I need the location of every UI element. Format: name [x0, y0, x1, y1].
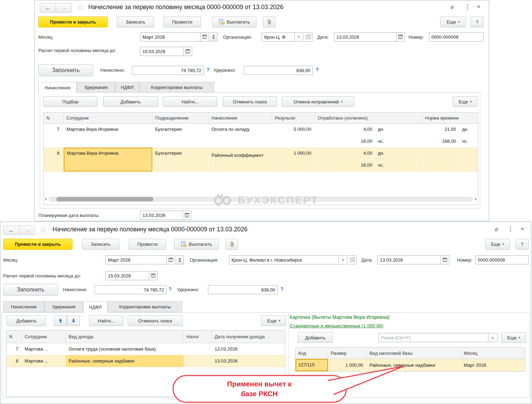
tab-deductions[interactable]: Удержания [44, 301, 83, 312]
planned-date-input[interactable]: 13.03.2026 [140, 211, 183, 220]
half-month-input[interactable]: 15.03.2026 [106, 271, 149, 280]
back-button[interactable]: ← [40, 3, 56, 13]
withheld-help-icon[interactable]: ? [280, 286, 284, 292]
selected-cell-employee[interactable]: Мартова Вера Игоревна [64, 148, 152, 172]
forward-button[interactable]: → [19, 225, 35, 235]
accrued-help-icon[interactable]: ? [207, 67, 210, 72]
move-down-button[interactable] [67, 315, 80, 326]
kebab-menu-icon[interactable] [467, 4, 468, 9]
half-month-calendar-button[interactable] [149, 271, 158, 280]
half-month-input[interactable]: 15.03.2026 [140, 47, 184, 56]
month-input[interactable]: Март 2026 [106, 255, 167, 264]
accrued-input[interactable]: 74 785,72 [95, 285, 166, 294]
date-input[interactable]: 13.03.2026 [334, 32, 397, 41]
card-more-button[interactable]: Еще▾ [501, 332, 526, 343]
post-button[interactable]: Провести [164, 17, 201, 27]
more-button[interactable]: Еще▾ [485, 239, 510, 250]
add-button[interactable]: Добавить [103, 96, 158, 107]
write-button[interactable]: Записать [117, 17, 154, 27]
favorite-star-icon[interactable]: ☆ [40, 225, 47, 234]
tab-ndfl[interactable]: НДФЛ [115, 82, 139, 93]
date-calendar-button[interactable] [397, 32, 405, 41]
col-header-month[interactable]: Месяц [461, 347, 525, 359]
month-input[interactable]: Март 2026 [140, 32, 201, 41]
table-row[interactable]: 7 Мартова Вера Игоревна Бухгалтерия Опла… [44, 124, 478, 148]
org-combo[interactable]: Крон-Ц. Ф [262, 32, 295, 41]
col-header-worked[interactable]: Отработано (оплачено) [315, 113, 422, 123]
ndfl-more-button[interactable]: Еще▾ [261, 315, 286, 326]
scroll-left-icon[interactable] [45, 198, 46, 200]
close-icon[interactable]: × [520, 225, 524, 233]
search-clear-button[interactable]: x [488, 333, 498, 342]
post-and-close-button[interactable]: Провести и закрыть [3, 239, 72, 250]
month-calendar-button[interactable] [167, 255, 175, 264]
close-icon[interactable]: × [477, 3, 481, 11]
cancel-fixes-button[interactable]: Отмена исправлений▾ [282, 96, 354, 107]
month-calendar-button[interactable] [201, 32, 209, 41]
accrued-input[interactable]: 74 785,72 [132, 66, 204, 75]
scrollbar-thumb[interactable] [56, 197, 153, 201]
pay-button[interactable]: Выплатить [174, 239, 218, 250]
planned-date-calendar-button[interactable] [183, 211, 191, 220]
attachments-button[interactable] [226, 239, 238, 250]
more-button[interactable]: Еще▾ [440, 17, 466, 27]
ndfl-cancel-search-button[interactable]: Отменить поиск [128, 315, 183, 326]
col-header-date[interactable]: Дата получения дохода [212, 331, 285, 343]
tab-deductions[interactable]: Удержания [77, 82, 115, 93]
post-button[interactable]: Провести [129, 239, 166, 250]
col-header-accrual[interactable]: Начисление [209, 113, 272, 123]
col-header-norm[interactable]: Норма времени [422, 113, 478, 123]
col-header-department[interactable]: Подразделение [152, 113, 209, 123]
ndfl-add-button[interactable]: Добавить [7, 315, 46, 326]
fill-button[interactable]: Заполнить [38, 64, 93, 76]
col-header-result[interactable]: Результат [272, 113, 315, 123]
col-header-base[interactable]: Вид налоговой базы [367, 347, 461, 359]
card-deductions-link[interactable]: Стандартные и имущественные (1 000,00) [290, 323, 383, 328]
org-combo[interactable]: Крон-Ц. Филиал в г. Новосибирск [229, 255, 339, 264]
month-spinner[interactable] [210, 32, 217, 41]
write-button[interactable]: Записать [82, 239, 119, 250]
accrued-help-icon[interactable]: ? [169, 286, 172, 292]
help-button[interactable]: ? [515, 239, 529, 250]
grid-more-button[interactable]: Еще▾ [453, 96, 477, 107]
month-spinner[interactable] [176, 255, 184, 264]
get-link-icon[interactable] [493, 226, 500, 233]
highlighted-cell-income[interactable]: Районные, северные надбавки [66, 355, 184, 367]
number-input[interactable]: 0000-000009 [475, 255, 529, 264]
col-header-size[interactable]: Размер [328, 347, 367, 359]
kebab-menu-icon[interactable] [510, 226, 511, 232]
tab-adjustments[interactable]: Корректировки выплаты [108, 301, 182, 312]
half-month-calendar-button[interactable] [184, 47, 192, 56]
favorite-star-icon[interactable]: ☆ [77, 2, 84, 12]
table-row-selected[interactable]: 8 Мартова Вера Игоревна Бухгалтерия Райо… [44, 148, 478, 172]
withheld-input[interactable]: 838,00 [208, 285, 278, 294]
table-row[interactable]: 7 Мартова ... Оплата труда (основная нал… [6, 343, 285, 355]
post-and-close-button[interactable]: Провести и закрыть [38, 17, 108, 27]
date-calendar-button[interactable] [441, 255, 449, 264]
col-header-code[interactable]: Код [296, 347, 328, 359]
pay-button[interactable]: Выплатить [212, 17, 256, 27]
cancel-search-button[interactable]: Отменить поиск [223, 96, 277, 107]
col-header-tax[interactable]: Налог [184, 331, 212, 343]
scroll-right-icon[interactable] [475, 198, 477, 200]
pick-button[interactable]: Подбор [43, 96, 97, 107]
tab-accruals[interactable]: Начисления [3, 301, 44, 312]
withheld-help-icon[interactable]: ? [316, 67, 319, 72]
col-header-income[interactable]: Вид дохода [66, 331, 184, 343]
col-header-n[interactable]: N [6, 331, 22, 343]
forward-button[interactable]: → [56, 3, 72, 13]
find-button[interactable]: Найти... [163, 96, 217, 107]
col-header-n[interactable]: N [44, 113, 64, 123]
move-up-button[interactable] [54, 315, 67, 326]
number-input[interactable]: 0000-000009 [429, 32, 484, 41]
fill-button[interactable]: Заполнить [3, 284, 58, 296]
card-add-button[interactable]: Добавить [298, 332, 333, 343]
org-dropdown-button[interactable]: ▾ [339, 255, 347, 264]
ndfl-find-button[interactable]: Найти... [89, 315, 124, 326]
attachments-button[interactable] [263, 17, 276, 27]
date-input[interactable]: 13.03.2026 [378, 255, 441, 264]
tab-accruals[interactable]: Начисления [38, 82, 77, 93]
org-open-button[interactable] [348, 255, 356, 264]
help-button[interactable]: ? [470, 17, 484, 27]
col-header-employee[interactable]: Сотрудник [22, 331, 66, 343]
